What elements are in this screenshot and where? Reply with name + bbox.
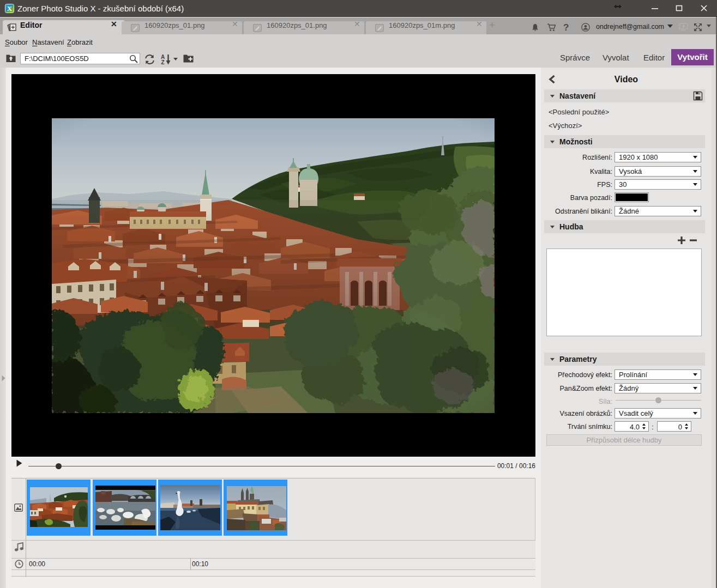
svg-text:X: X	[7, 4, 13, 13]
svg-text:Z: Z	[161, 59, 164, 65]
